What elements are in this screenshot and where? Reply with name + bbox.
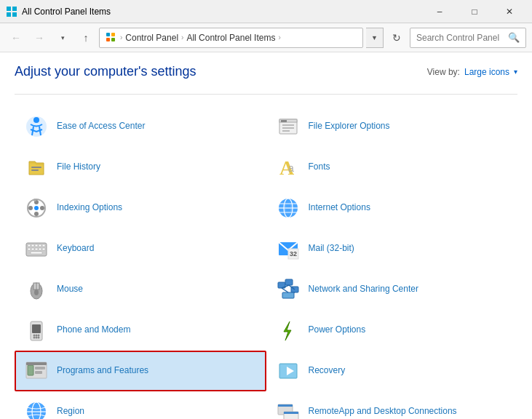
- addressbar: ← → ▾ ↑ › Control Panel › All Control Pa…: [0, 23, 532, 52]
- header-divider: [15, 94, 517, 95]
- item-internet-options[interactable]: Internet Options: [266, 188, 518, 228]
- recent-locations-button[interactable]: ▾: [52, 28, 73, 48]
- content-area: Adjust your computer's settings View by:…: [0, 52, 532, 419]
- svg-rect-2: [7, 12, 11, 17]
- svg-rect-79: [278, 404, 293, 407]
- mail-32bit-icon: 32: [275, 236, 301, 262]
- svg-rect-16: [31, 167, 41, 168]
- svg-point-64: [38, 335, 40, 337]
- search-box[interactable]: 🔍: [410, 28, 526, 48]
- control-panel-icon: [106, 32, 117, 44]
- svg-rect-7: [111, 38, 115, 41]
- svg-rect-5: [111, 33, 115, 36]
- item-keyboard[interactable]: Keyboard: [15, 228, 266, 269]
- svg-point-75: [27, 402, 46, 419]
- breadcrumb-sep-3: ›: [278, 33, 280, 41]
- item-programs-features[interactable]: Programs and Features: [15, 351, 266, 391]
- svg-point-26: [33, 199, 36, 201]
- svg-rect-61: [32, 324, 41, 333]
- svg-rect-39: [28, 248, 31, 250]
- minimize-button[interactable]: –: [423, 0, 456, 23]
- svg-point-51: [34, 290, 39, 295]
- address-box: › Control Panel › All Control Panel Item…: [99, 28, 363, 48]
- remoteapp-icon: [275, 399, 301, 419]
- svg-text:a: a: [288, 162, 294, 174]
- view-by-arrow[interactable]: ▾: [514, 68, 517, 76]
- region-label: Region: [57, 406, 84, 418]
- svg-rect-34: [28, 244, 31, 247]
- file-explorer-options-icon: [275, 113, 301, 140]
- main-area: Adjust your computer's settings View by:…: [0, 52, 532, 419]
- indexing-options-label: Indexing Options: [57, 202, 122, 214]
- indexing-options-icon: [23, 195, 49, 221]
- file-history-label: File History: [57, 161, 100, 173]
- svg-point-65: [33, 337, 36, 339]
- item-mouse[interactable]: Mouse: [15, 269, 266, 310]
- svg-rect-41: [35, 248, 38, 250]
- maximize-button[interactable]: □: [458, 0, 491, 23]
- svg-rect-72: [26, 362, 47, 365]
- svg-rect-17: [31, 169, 39, 171]
- fonts-label: Fonts: [309, 161, 330, 173]
- up-button[interactable]: ↑: [76, 28, 96, 48]
- window-title: All Control Panel Items: [22, 7, 423, 17]
- svg-rect-42: [39, 248, 41, 250]
- item-ease-of-access[interactable]: Ease of Access Center: [15, 106, 266, 147]
- file-explorer-options-label: File Explorer Options: [309, 121, 390, 132]
- item-indexing-options[interactable]: Indexing Options: [15, 188, 266, 228]
- item-phone-modem[interactable]: Phone and Modem: [15, 310, 266, 351]
- item-region[interactable]: Region: [15, 391, 266, 419]
- svg-rect-4: [106, 33, 110, 36]
- power-options-icon: [275, 317, 301, 343]
- svg-rect-38: [42, 244, 45, 247]
- remoteapp-label: RemoteApp and Desktop Connections: [309, 406, 457, 418]
- item-file-history[interactable]: File History: [15, 147, 266, 188]
- item-power-options[interactable]: Power Options: [266, 310, 518, 351]
- item-file-explorer-options[interactable]: File Explorer Options: [266, 106, 518, 147]
- item-remoteapp[interactable]: RemoteApp and Desktop Connections: [266, 391, 518, 419]
- svg-text:32: 32: [290, 250, 297, 258]
- svg-rect-6: [106, 38, 110, 41]
- ease-of-access-label: Ease of Access Center: [57, 121, 145, 132]
- phone-modem-label: Phone and Modem: [57, 324, 130, 336]
- back-button[interactable]: ←: [6, 28, 26, 48]
- svg-point-22: [34, 212, 39, 216]
- keyboard-icon: [23, 236, 49, 262]
- svg-point-25: [34, 206, 39, 210]
- breadcrumb-control-panel[interactable]: Control Panel: [125, 33, 178, 43]
- svg-point-23: [28, 206, 33, 210]
- svg-rect-35: [31, 244, 34, 247]
- region-icon: [23, 399, 49, 419]
- svg-rect-69: [28, 365, 33, 375]
- svg-rect-57: [282, 292, 294, 298]
- item-network-sharing[interactable]: Network and Sharing Center: [266, 269, 518, 310]
- programs-features-label: Programs and Features: [57, 365, 148, 377]
- phone-modem-icon: [23, 317, 49, 343]
- file-history-icon: [23, 154, 49, 180]
- svg-rect-3: [12, 12, 17, 17]
- breadcrumb-sep-1: ›: [120, 33, 122, 41]
- internet-options-icon: [275, 195, 301, 221]
- item-fonts[interactable]: A a Fonts: [266, 147, 518, 188]
- recovery-icon: [275, 358, 301, 384]
- svg-point-63: [36, 335, 38, 337]
- item-recovery[interactable]: Recovery: [266, 351, 518, 391]
- forward-button[interactable]: →: [29, 28, 49, 48]
- view-by-value[interactable]: Large icons: [464, 67, 509, 77]
- svg-rect-37: [39, 244, 41, 247]
- breadcrumb-all-items[interactable]: All Control Panel Items: [186, 33, 275, 43]
- item-mail-32bit[interactable]: 32 Mail (32-bit): [266, 228, 518, 269]
- svg-point-62: [33, 335, 36, 337]
- svg-rect-71: [35, 371, 42, 374]
- refresh-button[interactable]: ↻: [386, 28, 407, 48]
- close-button[interactable]: ✕: [493, 0, 526, 23]
- fonts-icon: A a: [275, 154, 301, 180]
- search-input[interactable]: [416, 33, 504, 43]
- window-icon: [6, 6, 17, 17]
- network-sharing-label: Network and Sharing Center: [309, 284, 418, 295]
- items-grid: Ease of Access Center File Explorer Opti…: [15, 106, 517, 419]
- keyboard-label: Keyboard: [57, 243, 94, 255]
- page-title: Adjust your computer's settings: [15, 64, 196, 79]
- address-dropdown[interactable]: ▼: [366, 28, 384, 48]
- svg-rect-36: [35, 244, 38, 247]
